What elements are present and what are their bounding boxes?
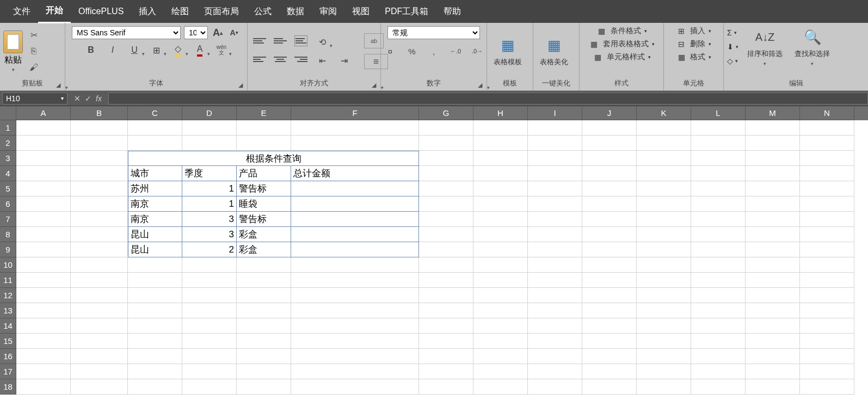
cell[interactable] [291, 364, 419, 379]
cell[interactable] [637, 227, 691, 242]
cell[interactable]: 警告标 [237, 212, 291, 227]
row-header[interactable]: 3 [0, 151, 16, 166]
cell[interactable]: 季度 [182, 166, 237, 181]
row-header[interactable]: 5 [0, 181, 16, 196]
cell[interactable] [473, 379, 528, 395]
cell[interactable] [419, 288, 473, 303]
cell[interactable]: 昆山 [128, 227, 182, 242]
format-button[interactable]: ▦格式 ▾ [676, 52, 711, 62]
cell[interactable] [419, 349, 473, 364]
menu-tab[interactable]: 审阅 [312, 1, 344, 23]
column-header[interactable]: N [800, 106, 854, 120]
cell[interactable] [691, 364, 746, 379]
cell[interactable] [528, 136, 582, 151]
cancel-icon[interactable]: ✕ [74, 94, 81, 103]
cell[interactable] [800, 196, 854, 212]
cell[interactable] [691, 273, 746, 288]
cell[interactable] [746, 379, 800, 395]
cell[interactable] [16, 136, 71, 151]
cell[interactable] [691, 288, 746, 303]
menu-tab[interactable]: 数据 [279, 1, 312, 23]
cell[interactable] [800, 318, 854, 334]
copy-icon[interactable]: ⎘ [27, 45, 40, 57]
cell[interactable] [800, 242, 854, 257]
column-header[interactable]: C [128, 106, 182, 120]
cell[interactable] [237, 257, 291, 273]
cell[interactable] [71, 212, 128, 227]
cell[interactable] [637, 151, 691, 166]
cell[interactable] [746, 181, 800, 196]
cell[interactable] [291, 349, 419, 364]
cell[interactable] [128, 136, 182, 151]
row-header[interactable]: 7 [0, 212, 16, 227]
cell[interactable] [800, 379, 854, 395]
cell[interactable] [16, 257, 71, 273]
menu-tab[interactable]: 公式 [247, 1, 279, 23]
column-header[interactable]: A [16, 106, 71, 120]
cell[interactable] [291, 318, 419, 334]
cell[interactable] [473, 257, 528, 273]
decrease-decimal-button[interactable]: .0→ [470, 45, 484, 58]
align-right-button[interactable] [294, 54, 307, 65]
menu-tab[interactable]: 绘图 [164, 1, 196, 23]
cell[interactable]: 苏州 [128, 181, 182, 196]
cell[interactable] [691, 136, 746, 151]
font-size-select[interactable]: 10 [184, 26, 208, 39]
conditional-format-button[interactable]: ▦条件格式 ▾ [596, 26, 647, 36]
fill-button[interactable]: ⬇ ▾ [727, 42, 738, 51]
cell[interactable] [237, 349, 291, 364]
indent-decrease-button[interactable]: ⇤ [315, 54, 329, 67]
shrink-font-button[interactable]: A▾ [227, 26, 241, 39]
cell[interactable] [71, 166, 128, 181]
cell[interactable] [71, 303, 128, 318]
cell[interactable] [419, 181, 473, 196]
cell[interactable] [419, 151, 473, 166]
cell[interactable] [128, 379, 182, 395]
row-header[interactable]: 8 [0, 227, 16, 242]
cell[interactable]: 2 [182, 242, 237, 257]
table-format-button[interactable]: ▦套用表格格式 ▾ [589, 39, 655, 49]
select-all-corner[interactable] [0, 106, 16, 120]
cell[interactable] [746, 166, 800, 181]
cell[interactable] [528, 120, 582, 136]
column-header[interactable]: J [582, 106, 637, 120]
increase-decimal-button[interactable]: ←.0 [448, 45, 463, 58]
cell[interactable] [291, 273, 419, 288]
row-header[interactable]: 15 [0, 334, 16, 349]
column-header[interactable]: B [71, 106, 128, 120]
cell[interactable] [473, 120, 528, 136]
cell[interactable] [746, 288, 800, 303]
cell[interactable] [746, 349, 800, 364]
cell[interactable] [528, 273, 582, 288]
menu-tab[interactable]: 开始 [38, 0, 71, 23]
cell[interactable] [800, 151, 854, 166]
orientation-button[interactable]: ⟲ [315, 35, 329, 48]
cell[interactable] [582, 334, 637, 349]
cell[interactable] [291, 379, 419, 395]
cell[interactable] [16, 349, 71, 364]
cell[interactable] [419, 196, 473, 212]
row-header[interactable]: 16 [0, 349, 16, 364]
cell[interactable] [182, 318, 237, 334]
cell[interactable] [582, 120, 637, 136]
align-left-button[interactable] [253, 54, 266, 65]
phonetic-button[interactable]: wén文 [214, 44, 229, 57]
column-header[interactable]: K [637, 106, 691, 120]
cell[interactable] [528, 227, 582, 242]
cell[interactable] [582, 136, 637, 151]
percent-button[interactable]: % [405, 45, 419, 58]
cell[interactable] [237, 273, 291, 288]
cell[interactable] [473, 318, 528, 334]
cell[interactable]: 3 [182, 212, 237, 227]
cell[interactable] [237, 120, 291, 136]
cell[interactable] [528, 166, 582, 181]
cell[interactable] [473, 242, 528, 257]
grow-font-button[interactable]: A▴ [211, 26, 224, 39]
column-header[interactable]: L [691, 106, 746, 120]
cell[interactable] [128, 364, 182, 379]
cell[interactable] [16, 273, 71, 288]
cell[interactable] [691, 227, 746, 242]
table-beautify-button[interactable]: ▦ 表格美化 [537, 33, 571, 69]
cell[interactable] [637, 212, 691, 227]
cell[interactable] [237, 318, 291, 334]
